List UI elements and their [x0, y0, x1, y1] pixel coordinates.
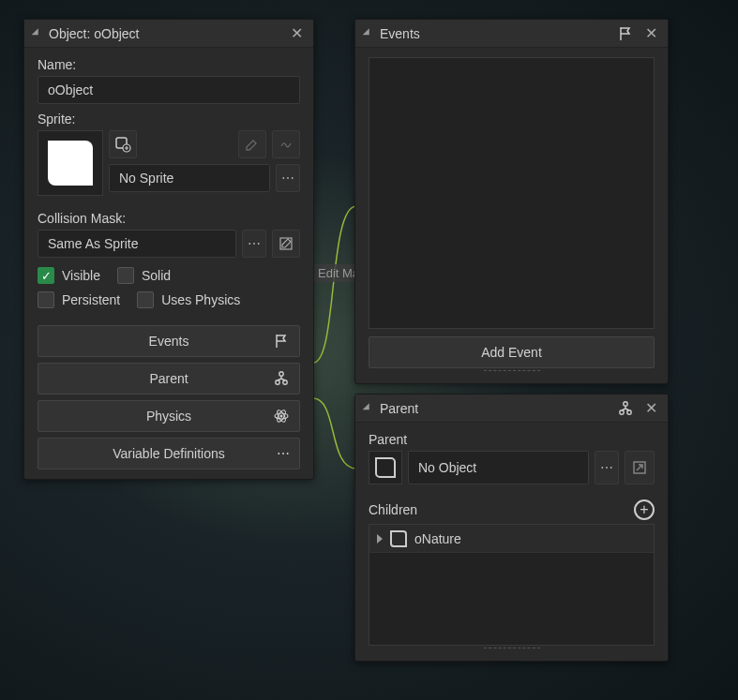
visible-label: Visible [62, 268, 100, 283]
resize-handle[interactable] [369, 368, 655, 374]
edit-mask-button[interactable] [272, 230, 300, 258]
close-icon[interactable]: ✕ [287, 24, 306, 43]
add-event-button[interactable]: Add Event [369, 336, 655, 368]
events-panel-header[interactable]: Events ✕ [355, 20, 668, 48]
collapse-icon[interactable] [363, 403, 373, 413]
visible-checkbox[interactable]: ✓ Visible [38, 267, 100, 284]
parent-panel-header[interactable]: Parent ✕ [355, 395, 668, 423]
new-sprite-button[interactable] [109, 130, 137, 158]
variable-definitions-button[interactable]: Variable Definitions ⋯ [38, 438, 300, 469]
collision-mask-select[interactable]: Same As Sprite [38, 230, 236, 258]
name-label: Name: [38, 57, 300, 72]
resize-handle[interactable] [369, 646, 655, 651]
child-item[interactable]: oNature [369, 525, 654, 553]
events-list[interactable] [369, 57, 655, 329]
sprite-select[interactable]: No Sprite [109, 164, 270, 192]
checkbox-icon: ✓ [38, 267, 54, 284]
events-button[interactable]: Events [38, 325, 300, 357]
parent-select[interactable]: No Object [408, 451, 589, 484]
parent-value: No Object [418, 460, 476, 475]
collision-browse-button[interactable]: ⋯ [242, 230, 266, 258]
collapse-icon[interactable] [363, 28, 373, 38]
parent-button-label: Parent [149, 371, 188, 386]
svg-point-10 [624, 401, 627, 405]
svg-point-9 [280, 415, 283, 418]
uses-physics-label: Uses Physics [161, 292, 240, 307]
checkbox-icon [137, 291, 154, 308]
parent-preview[interactable] [369, 451, 402, 484]
ellipsis-icon: ⋯ [277, 446, 290, 461]
solid-checkbox[interactable]: Solid [117, 267, 171, 284]
add-event-label: Add Event [481, 345, 542, 360]
events-panel: Events ✕ Add Event [354, 19, 669, 384]
edit-sprite-button[interactable] [238, 130, 266, 158]
close-icon[interactable]: ✕ [641, 24, 660, 43]
add-child-button[interactable]: + [634, 499, 655, 520]
object-icon [375, 457, 396, 478]
physics-button[interactable]: Physics [38, 400, 300, 432]
parent-panel-title: Parent [380, 401, 617, 416]
object-icon [390, 530, 407, 547]
vardefs-button-label: Variable Definitions [113, 446, 225, 461]
hierarchy-icon [617, 400, 634, 417]
edit-image-button[interactable] [272, 130, 300, 158]
persistent-label: Persistent [62, 292, 120, 307]
physics-button-label: Physics [146, 409, 191, 424]
children-label: Children [369, 502, 417, 517]
svg-point-5 [283, 380, 287, 384]
svg-point-4 [276, 380, 279, 384]
svg-point-12 [627, 410, 631, 413]
atom-icon [273, 408, 290, 424]
hierarchy-icon [273, 370, 290, 387]
object-panel-title: Object: oObject [49, 26, 287, 41]
svg-point-3 [279, 372, 283, 376]
persistent-checkbox[interactable]: Persistent [38, 291, 120, 308]
child-name: oNature [414, 531, 461, 546]
sprite-preview[interactable] [38, 130, 103, 196]
parent-label: Parent [369, 432, 655, 447]
name-input[interactable] [38, 76, 300, 104]
sprite-browse-button[interactable]: ⋯ [276, 164, 300, 192]
open-parent-button[interactable] [625, 451, 655, 484]
object-panel: Object: oObject ✕ Name: Sprite: [23, 19, 314, 480]
sprite-preview-icon [48, 141, 93, 186]
collision-mask-label: Collision Mask: [38, 211, 300, 226]
flag-icon [273, 333, 290, 350]
events-button-label: Events [149, 334, 189, 349]
close-icon[interactable]: ✕ [641, 399, 660, 418]
svg-point-11 [620, 410, 624, 413]
collision-mask-value: Same As Sprite [48, 236, 139, 251]
collapse-icon[interactable] [32, 28, 42, 38]
checkbox-icon [38, 291, 54, 308]
object-panel-header[interactable]: Object: oObject ✕ [24, 20, 313, 48]
parent-panel: Parent ✕ Parent No Object ⋯ Children + o… [354, 394, 669, 662]
sprite-label: Sprite: [38, 112, 300, 127]
events-panel-title: Events [380, 26, 617, 41]
children-list: oNature [369, 524, 655, 646]
expand-icon[interactable] [377, 534, 383, 544]
parent-button[interactable]: Parent [38, 363, 300, 395]
flag-icon [617, 25, 634, 42]
solid-label: Solid [142, 268, 171, 283]
sprite-value: No Sprite [119, 171, 173, 186]
uses-physics-checkbox[interactable]: Uses Physics [137, 291, 240, 308]
checkbox-icon [117, 267, 134, 284]
parent-browse-button[interactable]: ⋯ [595, 451, 619, 484]
